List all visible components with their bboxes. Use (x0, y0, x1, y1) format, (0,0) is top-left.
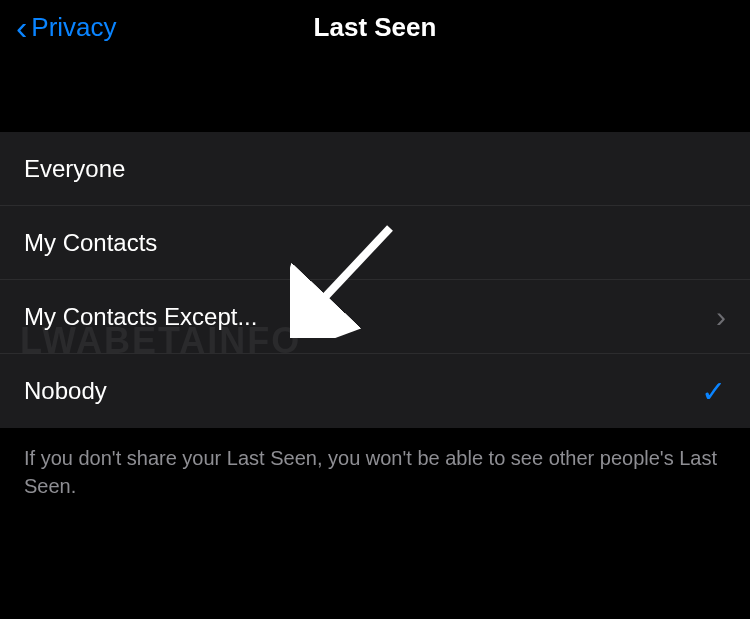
option-label: My Contacts Except... (24, 303, 716, 331)
checkmark-icon: ✓ (701, 374, 726, 409)
chevron-right-icon: › (716, 300, 726, 334)
chevron-left-icon: ‹ (16, 10, 27, 44)
option-label: Nobody (24, 377, 701, 405)
navigation-bar: ‹ Privacy Last Seen (0, 0, 750, 54)
option-my-contacts[interactable]: My Contacts (0, 206, 750, 280)
option-my-contacts-except[interactable]: My Contacts Except... › (0, 280, 750, 354)
page-title: Last Seen (314, 12, 437, 43)
option-nobody[interactable]: Nobody ✓ (0, 354, 750, 428)
spacer (0, 54, 750, 132)
back-label: Privacy (31, 12, 116, 43)
footer-description: If you don't share your Last Seen, you w… (0, 428, 750, 516)
option-label: Everyone (24, 155, 726, 183)
back-button[interactable]: ‹ Privacy (16, 10, 117, 44)
options-list: Everyone My Contacts My Contacts Except.… (0, 132, 750, 428)
option-everyone[interactable]: Everyone (0, 132, 750, 206)
option-label: My Contacts (24, 229, 726, 257)
